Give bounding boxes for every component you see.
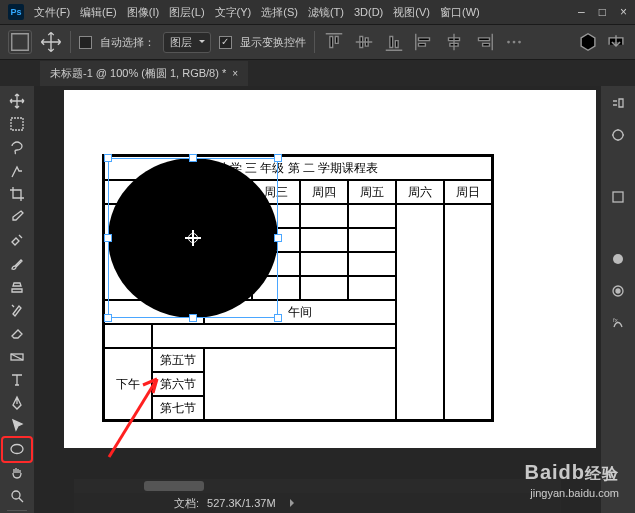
menu-file[interactable]: 文件(F)	[34, 5, 70, 20]
svg-rect-3	[11, 118, 23, 130]
svg-point-11	[616, 289, 620, 293]
menu-edit[interactable]: 编辑(E)	[80, 5, 117, 20]
separator	[70, 31, 71, 53]
day-header: 周日	[444, 180, 492, 204]
align-vcenter-icon[interactable]	[353, 31, 375, 53]
svg-point-0	[507, 41, 510, 44]
minimize-button[interactable]: –	[578, 5, 585, 19]
menu-type[interactable]: 文字(Y)	[215, 5, 252, 20]
close-button[interactable]: ×	[620, 5, 627, 19]
separator	[314, 31, 315, 53]
transform-handle[interactable]	[274, 234, 282, 242]
svg-point-1	[513, 41, 516, 44]
menu-layer[interactable]: 图层(L)	[169, 5, 204, 20]
healing-brush-tool[interactable]	[3, 229, 31, 251]
status-bar: 文档: 527.3K/1.37M	[74, 493, 561, 513]
show-transform-checkbox[interactable]	[219, 36, 232, 49]
menu-select[interactable]: 选择(S)	[261, 5, 298, 20]
watermark-brand-suffix: 经验	[585, 465, 619, 482]
path-selection-tool[interactable]	[3, 415, 31, 437]
type-tool[interactable]	[3, 369, 31, 391]
gradient-tool[interactable]	[3, 345, 31, 367]
ellipse-tool[interactable]	[3, 438, 31, 460]
svg-point-6	[12, 491, 20, 499]
align-hcenter-icon[interactable]	[443, 31, 465, 53]
menu-image[interactable]: 图像(I)	[127, 5, 159, 20]
workspace: 小学 三 年级 第 二 学期课程表 周二 周三 周四 周五 周六 周日 午间	[0, 86, 635, 513]
adjustments-panel-icon[interactable]	[607, 124, 629, 146]
watermark-url: jingyan.baidu.com	[524, 486, 619, 501]
auto-select-label: 自动选择：	[100, 35, 155, 50]
swatches-panel-icon[interactable]	[607, 280, 629, 302]
transform-handle[interactable]	[274, 154, 282, 162]
window-controls: – □ ×	[578, 5, 627, 19]
menu-3d[interactable]: 3D(D)	[354, 6, 383, 18]
properties-panel-icon[interactable]	[607, 92, 629, 114]
more-align-icon[interactable]	[503, 31, 525, 53]
styles-panel-icon[interactable]: fx	[607, 312, 629, 334]
horizontal-scrollbar[interactable]	[74, 479, 561, 493]
align-left-icon[interactable]	[413, 31, 435, 53]
share-icon[interactable]	[605, 31, 627, 53]
options-bar: 自动选择： 图层 显示变换控件	[0, 24, 635, 60]
canvas-area[interactable]: 小学 三 年级 第 二 学期课程表 周二 周三 周四 周五 周六 周日 午间	[34, 86, 601, 513]
align-bottom-icon[interactable]	[383, 31, 405, 53]
align-right-icon[interactable]	[473, 31, 495, 53]
svg-point-7	[613, 130, 623, 140]
lasso-tool[interactable]	[3, 136, 31, 158]
day-header: 周五	[348, 180, 396, 204]
auto-select-dropdown[interactable]: 图层	[163, 32, 211, 53]
hand-tool[interactable]	[3, 462, 31, 484]
show-transform-label: 显示变换控件	[240, 35, 306, 50]
blank	[104, 324, 152, 348]
eyedropper-tool[interactable]	[3, 206, 31, 228]
brush-tool[interactable]	[3, 253, 31, 275]
scrollbar-thumb[interactable]	[144, 481, 204, 491]
transform-center-ring-icon	[188, 233, 198, 243]
tool-preset-picker[interactable]	[8, 30, 32, 54]
day-header: 周六	[396, 180, 444, 204]
quick-selection-tool[interactable]	[3, 160, 31, 182]
menu-window[interactable]: 窗口(W)	[440, 5, 480, 20]
eraser-tool[interactable]	[3, 322, 31, 344]
move-tool[interactable]	[3, 90, 31, 112]
crop-tool[interactable]	[3, 183, 31, 205]
watermark-brand: Baidb	[524, 461, 585, 483]
transform-handle[interactable]	[104, 154, 112, 162]
status-more-icon[interactable]	[284, 497, 298, 509]
app-icon: Ps	[8, 4, 24, 20]
transform-handle[interactable]	[104, 234, 112, 242]
clone-stamp-tool[interactable]	[3, 276, 31, 298]
canvas[interactable]: 小学 三 年级 第 二 学期课程表 周二 周三 周四 周五 周六 周日 午间	[64, 90, 596, 448]
svg-text:fx: fx	[613, 317, 618, 323]
align-top-icon[interactable]	[323, 31, 345, 53]
afternoon-label: 下午	[104, 348, 152, 420]
document-tab-title: 未标题-1 @ 100% (椭圆 1, RGB/8) *	[50, 66, 226, 81]
maximize-button[interactable]: □	[599, 5, 606, 19]
watermark: Baidb经验 jingyan.baidu.com	[524, 458, 619, 501]
marquee-tool[interactable]	[3, 113, 31, 135]
ellipse-shape-selection[interactable]	[108, 158, 278, 318]
3d-mode-icon[interactable]	[577, 31, 599, 53]
period-cell: 第六节	[152, 372, 204, 396]
transform-handle[interactable]	[104, 314, 112, 322]
period-cell: 第七节	[152, 396, 204, 420]
transform-handle[interactable]	[274, 314, 282, 322]
transform-handle[interactable]	[189, 154, 197, 162]
doc-size-value: 527.3K/1.37M	[207, 497, 276, 509]
color-panel-icon[interactable]	[607, 248, 629, 270]
right-panel-dock: fx	[601, 86, 635, 513]
auto-select-checkbox[interactable]	[79, 36, 92, 49]
svg-point-9	[613, 254, 623, 264]
menu-view[interactable]: 视图(V)	[393, 5, 430, 20]
zoom-tool[interactable]	[3, 485, 31, 507]
transform-handle[interactable]	[189, 314, 197, 322]
svg-point-5	[11, 445, 23, 454]
move-tool-icon	[40, 31, 62, 53]
libraries-panel-icon[interactable]	[607, 186, 629, 208]
menu-filter[interactable]: 滤镜(T)	[308, 5, 344, 20]
pen-tool[interactable]	[3, 392, 31, 414]
document-tab[interactable]: 未标题-1 @ 100% (椭圆 1, RGB/8) * ×	[40, 61, 248, 86]
tab-close-icon[interactable]: ×	[232, 68, 238, 79]
history-brush-tool[interactable]	[3, 299, 31, 321]
